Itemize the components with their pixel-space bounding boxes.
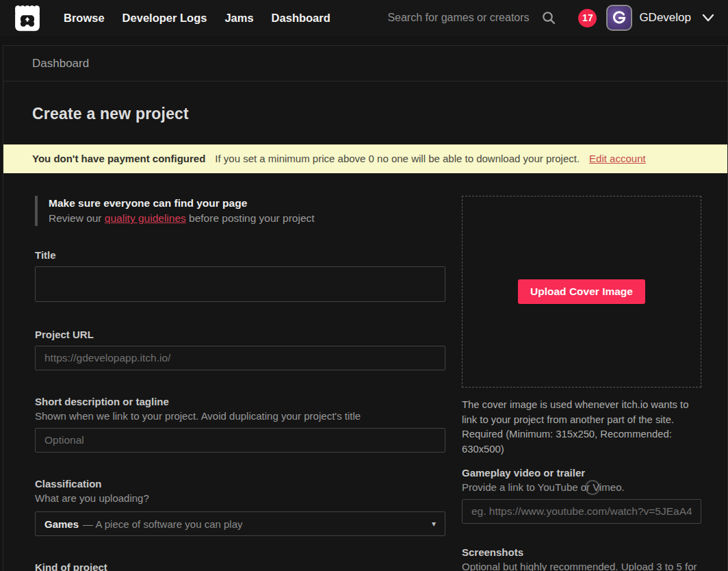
form-left-column: Make sure everyone can find your page Re… — [35, 196, 445, 571]
cover-image-help: The cover image is used whenever itch.io… — [462, 398, 701, 457]
itchio-logo-icon — [12, 3, 42, 32]
breadcrumb-dashboard-link[interactable]: Dashboard — [32, 57, 89, 71]
project-url-label: Project URL — [35, 329, 94, 340]
select-caret-icon: ▾ — [432, 519, 436, 529]
project-url-input[interactable] — [35, 346, 445, 370]
username: GDevelop — [639, 11, 691, 25]
title-input[interactable] — [35, 266, 445, 302]
page-frame: Dashboard Create a new project You don't… — [3, 45, 728, 571]
banner-bold-text: You don't have payment configured — [32, 153, 205, 164]
quality-notice-post: before posting your project — [186, 212, 315, 224]
top-navigation: Browse Developer Logs Jams Dashboard 17 … — [0, 0, 728, 36]
nav-links: Browse Developer Logs Jams Dashboard — [55, 12, 339, 25]
quality-guidelines-link[interactable]: quality guidelines — [105, 212, 186, 224]
nav-item-dashboard[interactable]: Dashboard — [263, 12, 339, 25]
quality-notice-title: Make sure everyone can find your page — [49, 196, 445, 211]
classification-help: What are you uploading? — [35, 491, 445, 506]
search-input[interactable] — [387, 12, 534, 24]
quality-notice: Make sure everyone can find your page Re… — [35, 196, 445, 226]
search-button[interactable] — [538, 8, 559, 28]
short-description-help: Shown when we link to your project. Avoi… — [35, 409, 445, 424]
edit-account-link[interactable]: Edit account — [589, 153, 646, 164]
form-columns: Make sure everyone can find your page Re… — [3, 173, 727, 571]
nav-right-group: 17 GDevelop — [387, 5, 714, 31]
gdevelop-logo-icon — [611, 10, 627, 26]
gameplay-video-help: Provide a link to YouTube or Vimeo. — [462, 480, 701, 495]
kind-of-project-label: Kind of project — [35, 561, 445, 571]
itchio-logo[interactable] — [12, 3, 44, 33]
form-right-column: Upload Cover Image The cover image is us… — [462, 196, 701, 571]
avatar[interactable] — [606, 5, 632, 31]
quality-notice-subtitle: Review our quality guidelines before pos… — [49, 211, 445, 226]
title-label: Title — [35, 249, 56, 261]
user-menu[interactable]: GDevelop — [639, 11, 714, 25]
short-description-label: Short description or tagline — [35, 396, 169, 407]
classification-selected-desc: — A piece of software you can play — [83, 518, 242, 530]
classification-select[interactable]: Games — A piece of software you can play… — [35, 511, 445, 536]
gameplay-video-label: Gameplay video or trailer — [462, 467, 585, 479]
upload-cover-image-button[interactable]: Upload Cover Image — [518, 279, 645, 304]
banner-text: If you set a minimum price above 0 no on… — [215, 153, 580, 164]
search-icon — [541, 10, 556, 25]
nav-item-browse[interactable]: Browse — [55, 12, 114, 25]
chevron-down-icon — [702, 13, 714, 23]
nav-item-jams[interactable]: Jams — [216, 12, 262, 25]
short-description-input[interactable] — [35, 428, 445, 453]
nav-item-developer-logs[interactable]: Developer Logs — [114, 12, 216, 25]
quality-notice-pre: Review our — [49, 212, 105, 224]
classification-selected-value: Games — [44, 518, 79, 530]
cover-image-dropzone[interactable]: Upload Cover Image — [462, 196, 701, 388]
payment-warning-banner: You don't have payment configuredIf you … — [3, 144, 727, 173]
gameplay-video-input[interactable] — [462, 499, 701, 524]
page-title: Create a new project — [3, 81, 727, 144]
breadcrumb: Dashboard — [3, 46, 727, 81]
screenshots-help: Optional but highly recommended. Upload … — [462, 559, 701, 571]
notification-badge[interactable]: 17 — [578, 9, 597, 27]
classification-label: Classification — [35, 478, 102, 490]
screenshots-label: Screenshots — [462, 546, 523, 558]
